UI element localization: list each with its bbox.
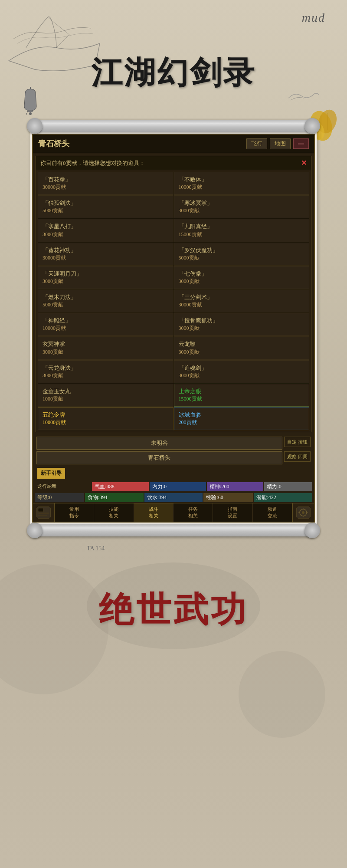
item-cost: 200贡献 <box>179 419 305 426</box>
list-item[interactable]: 「葵花神功」 30000贡献 <box>38 243 174 266</box>
item-name: 「搜骨鹰抓功」 <box>179 317 305 325</box>
list-item[interactable]: 冰域血参 200贡献 <box>174 407 310 430</box>
location1-button[interactable]: 未明谷 <box>36 437 282 450</box>
item-cost: 10000贡献 <box>43 325 169 332</box>
water-stat: 饮水:394 <box>144 493 203 502</box>
sp-stat: 精神:200 <box>207 482 263 491</box>
item-name: 玄冥神掌 <box>43 340 169 348</box>
dialog-header-text: 你目前有0贡献，请选择您想对换的道具： <box>40 159 145 167</box>
item-cost: 3000贡献 <box>179 325 305 332</box>
item-cost: 30000贡献 <box>43 254 169 262</box>
list-item[interactable]: 五绝令牌 10000贡献 <box>38 407 174 430</box>
item-cost: 5000贡献 <box>43 207 169 214</box>
svg-point-13 <box>302 511 304 514</box>
list-item[interactable]: 云龙鞭 3000贡献 <box>174 336 310 359</box>
window-header: 青石桥头 飞行 地图 — <box>33 135 314 153</box>
item-name: 「云龙身法」 <box>43 364 169 372</box>
item-name: 「天涯明月刀」 <box>43 270 169 278</box>
list-item[interactable]: 玄冥神掌 3000贡献 <box>38 336 174 359</box>
scroll-rod-bottom <box>30 524 317 536</box>
item-name: 「寒冰冥掌」 <box>179 199 305 207</box>
window-close-button[interactable]: — <box>293 138 309 149</box>
item-name: 上帝之眼 <box>179 388 305 395</box>
svg-rect-10 <box>38 515 47 516</box>
pow-stat: 精力:0 <box>264 482 312 491</box>
list-item[interactable]: 「燃木刀法」 5000贡献 <box>38 289 174 312</box>
item-cost: 3000贡献 <box>179 372 305 379</box>
item-cost: 3000贡献 <box>43 349 169 356</box>
custom-button[interactable]: 自定 按钮 <box>284 437 311 447</box>
level-stat: 等级:0 <box>35 493 84 502</box>
item-cost: 3000贡献 <box>179 278 305 285</box>
main-title: 江湖幻剑录 <box>0 52 347 94</box>
item-cost: 3000贡献 <box>43 278 169 285</box>
nav-icon-area <box>33 503 55 522</box>
char-name: 龙行蛇舞 <box>35 482 91 491</box>
item-name: 「百花拳」 <box>43 176 169 184</box>
nav-common[interactable]: 常用 指令 <box>55 503 94 522</box>
fly-button[interactable]: 飞行 <box>246 138 267 149</box>
svg-rect-8 <box>38 508 43 512</box>
mp-stat: 内力:0 <box>150 482 206 491</box>
list-item[interactable]: 「追魂剑」 3000贡献 <box>174 360 310 383</box>
list-item[interactable]: 「寒星八打」 3000贡献 <box>38 219 174 242</box>
item-cost: 15000贡献 <box>179 231 305 238</box>
nav-guide[interactable]: 指南 设置 <box>213 503 252 522</box>
item-cost: 3000贡献 <box>43 231 169 238</box>
scroll-rod-top <box>30 120 317 132</box>
map-button[interactable]: 地图 <box>270 138 291 149</box>
svg-rect-9 <box>38 513 49 514</box>
item-cost: 5000贡献 <box>43 301 169 309</box>
item-name: 「葵花神功」 <box>43 247 169 254</box>
potential-stat: 潜能:422 <box>254 493 312 502</box>
items-grid: 「百花拳」 30000贡献 「不败体」 10000贡献 「独孤剑法」 5000贡… <box>38 172 309 430</box>
hp-stat: 气血:488 <box>92 482 148 491</box>
item-name: 金童玉女丸 <box>43 388 169 395</box>
item-cost: 10000贡献 <box>179 184 305 191</box>
food-stat: 食物:394 <box>85 493 144 502</box>
item-cost: 5000贡献 <box>179 254 305 262</box>
item-name: 五绝令牌 <box>43 411 169 419</box>
dialog-box: 你目前有0贡献，请选择您想对换的道具： ✕ 「百花拳」 30000贡献 「不败体… <box>36 156 311 432</box>
nav-battle[interactable]: 战斗 相关 <box>134 503 174 522</box>
dialog-close-x[interactable]: ✕ <box>301 159 307 167</box>
list-item[interactable]: 「七伤拳」 3000贡献 <box>174 266 310 289</box>
item-cost: 30000贡献 <box>43 184 169 191</box>
list-item[interactable]: 「九阳真经」 15000贡献 <box>174 219 310 242</box>
list-item[interactable]: 上帝之眼 15000贡献 <box>174 384 310 407</box>
bottom-title: 绝世武功 <box>0 587 347 634</box>
observe-button[interactable]: 观察 四周 <box>284 451 311 462</box>
item-name: 云龙鞭 <box>179 340 305 348</box>
exp-stat: 经验:60 <box>203 493 253 502</box>
item-name: 「寒星八打」 <box>43 223 169 230</box>
item-name: 「罗汉伏魔功」 <box>179 247 305 254</box>
new-guide-button[interactable]: 新手引导 <box>37 468 65 479</box>
bottom-nav: 常用 指令 技能 相关 战斗 相关 任务 相关 指南 设置 <box>33 503 314 522</box>
list-item[interactable]: 「天涯明月刀」 3000贡献 <box>38 266 174 289</box>
item-name: 「九阳真经」 <box>179 223 305 230</box>
item-name: 「不败体」 <box>179 176 305 184</box>
nav-icon-right <box>292 503 314 522</box>
item-name: 冰域血参 <box>179 411 305 419</box>
item-name: 「七伤拳」 <box>179 270 305 278</box>
location2-button[interactable]: 青石桥头 <box>36 451 282 464</box>
mud-label: mud <box>302 11 325 24</box>
list-item[interactable]: 「百花拳」 30000贡献 <box>38 172 174 195</box>
nav-tasks[interactable]: 任务 相关 <box>174 503 213 522</box>
list-item[interactable]: 「不败体」 10000贡献 <box>174 172 310 195</box>
list-item[interactable]: 「搜骨鹰抓功」 3000贡献 <box>174 313 310 336</box>
item-name: 「燃木刀法」 <box>43 293 169 301</box>
list-item[interactable]: 金童玉女丸 1000贡献 <box>38 384 174 407</box>
item-name: 「神照经」 <box>43 317 169 325</box>
list-item[interactable]: 「云龙身法」 3000贡献 <box>38 360 174 383</box>
item-name: 「三分剑术」 <box>179 293 305 301</box>
list-item[interactable]: 「神照经」 10000贡献 <box>38 313 174 336</box>
list-item[interactable]: 「三分剑术」 30000贡献 <box>174 289 310 312</box>
list-item[interactable]: 「寒冰冥掌」 3000贡献 <box>174 195 310 218</box>
item-cost: 10000贡献 <box>43 419 169 426</box>
nav-channel[interactable]: 频道 交流 <box>253 503 292 522</box>
list-item[interactable]: 「独孤剑法」 5000贡献 <box>38 195 174 218</box>
list-item[interactable]: 「罗汉伏魔功」 5000贡献 <box>174 243 310 266</box>
location-title: 青石桥头 <box>38 138 69 149</box>
nav-skills[interactable]: 技能 相关 <box>94 503 134 522</box>
